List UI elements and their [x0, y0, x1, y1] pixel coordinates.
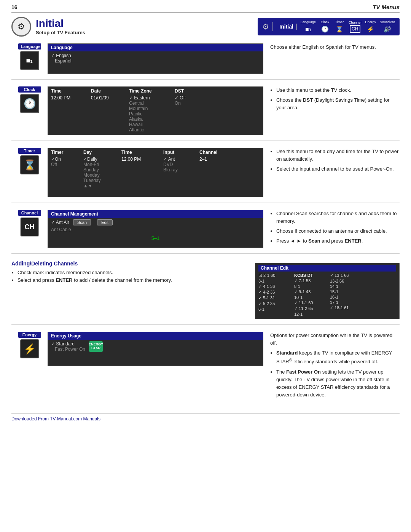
- language-menu-body: ✓ English Español: [48, 51, 263, 65]
- adding-deleting-bullets: Check mark indicates memorized channels.…: [11, 270, 246, 283]
- language-menu-title: Language: [48, 44, 263, 51]
- language-label: Language ■₁: [11, 43, 48, 70]
- timer-menu: Timer Day Time Input Channel ✓On Off ✓Da…: [48, 148, 263, 197]
- adding-deleting-left: Adding/Deleting Channels Check mark indi…: [11, 260, 246, 319]
- clock-label: Clock 🕐: [11, 86, 48, 113]
- timer-icon: ⌛: [334, 25, 345, 33]
- timer-bullet-1: Use this menu to set a day and time for …: [276, 148, 400, 163]
- nav-initial-label: Initial: [276, 24, 297, 30]
- nav-item-clock[interactable]: Clock 🕐: [320, 20, 330, 33]
- soundpro-icon: 🔊: [382, 25, 393, 33]
- ch-col-1: ☑ 2-1 60 3-1 ✓ 4-1 36 ✓ 4-2 36 ✓ 5-1 31 …: [258, 273, 289, 317]
- page-header: 16 TV Menus: [11, 4, 400, 13]
- clock-tag: Clock: [18, 86, 41, 93]
- adding-bullet-1: Check mark indicates memorized channels.: [18, 270, 246, 275]
- page-number: 16: [11, 4, 18, 10]
- channel-label: Channel CH: [11, 210, 48, 236]
- energy-menu-body: ✓ Standard Fast Power On ENERGYSTAR: [48, 340, 263, 353]
- channel-desc: Channel Scan searches for channels and a…: [270, 210, 400, 248]
- energy-tag: Energy: [18, 332, 41, 338]
- channel-number: 5–1: [51, 234, 260, 243]
- timer-icon-box: ⌛: [20, 155, 39, 174]
- title-section: ⚙ Initial Setup of TV Features ⚙ Initial…: [11, 17, 400, 37]
- channel-tag: Channel: [18, 210, 41, 216]
- channel-edit-row: ☑ 2-1 60 3-1 ✓ 4-1 36 ✓ 4-2 36 ✓ 5-1 31 …: [258, 273, 396, 317]
- nav-gear-icon: ⚙: [262, 22, 272, 31]
- channel-icon: CH: [350, 25, 360, 33]
- adding-deleting-heading: Adding/Deleting Channels: [11, 260, 246, 267]
- channel-icon-box: CH: [20, 217, 39, 236]
- language-icon-box: ■₁: [20, 51, 39, 70]
- energy-icon: ⚡: [365, 25, 376, 33]
- language-menu: Language ✓ English Español: [48, 43, 263, 74]
- page-title: Initial: [36, 18, 85, 30]
- settings-icon: ⚙: [11, 17, 31, 37]
- channel-edit-box: Channel Edit ☑ 2-1 60 3-1 ✓ 4-1 36 ✓ 4-2…: [255, 263, 400, 319]
- energy-icon-box: ⚡: [20, 339, 39, 358]
- clock-icon: 🕐: [320, 25, 330, 33]
- energy-menu-title: Energy Usage: [48, 332, 263, 340]
- energy-desc: Options for power consumption while the …: [270, 332, 400, 401]
- language-tag: Language: [18, 43, 41, 50]
- energy-menu: Energy Usage ✓ Standard Fast Power On EN…: [48, 332, 263, 366]
- nav-item-channel[interactable]: Channel CH: [349, 21, 362, 33]
- scan-button[interactable]: Scan: [73, 219, 91, 225]
- energy-section: Energy ⚡ Energy Usage ✓ Standard Fast Po…: [11, 332, 400, 406]
- nav-item-timer[interactable]: Timer ⌛: [334, 20, 345, 33]
- nav-item-soundpro[interactable]: SoundPro 🔊: [380, 20, 395, 33]
- energy-bullet-2: The Fast Power On setting lets the TV po…: [276, 368, 400, 399]
- page-footer: Downloaded From TV-Manual.com Manuals: [11, 413, 400, 422]
- channel-menu: Channel Management ✓ Ant Air Scan Edit A…: [48, 210, 263, 248]
- clock-section: Clock 🕐 Time Date Time Zone DST 12:00 PM…: [11, 86, 400, 141]
- timer-section: Timer ⌛ Timer Day Time Input Channel ✓On…: [11, 148, 400, 203]
- timer-desc: Use this menu to set a day and time for …: [270, 148, 400, 175]
- energy-bullet-1: Standard keeps the TV in compliance with…: [276, 349, 400, 366]
- edit-button[interactable]: Edit: [97, 219, 113, 225]
- ch-col-2: KCBS-DT ✓ 7-1 53 8-1 ✓ 9-1 43 10-1 ✓ 11-…: [294, 273, 325, 317]
- channel-bullet-2: Choose if connected to an antenna or dir…: [276, 227, 400, 235]
- title-text: Initial Setup of TV Features: [36, 18, 85, 35]
- language-section: Language ■₁ Language ✓ English Español C…: [11, 43, 400, 80]
- channel-bullet-3: Press ◄ ► to Scan and press ENTER.: [276, 237, 400, 245]
- nav-item-energy[interactable]: Energy ⚡: [365, 20, 376, 33]
- clock-icon-box: 🕐: [20, 94, 39, 113]
- energy-label: Energy ⚡: [11, 332, 48, 358]
- language-icon: ■₁: [303, 25, 314, 33]
- adding-bullet-2: Select and press ENTER to add / delete t…: [18, 277, 246, 283]
- adding-deleting-section: Adding/Deleting Channels Check mark indi…: [11, 260, 400, 325]
- nav-item-language[interactable]: Language ■₁: [301, 20, 316, 33]
- clock-bullet-1: Use this menu to set the TV clock.: [276, 86, 400, 94]
- clock-desc: Use this menu to set the TV clock. Choos…: [270, 86, 400, 114]
- timer-bullet-2: Select the input and channel to be used …: [276, 165, 400, 173]
- energy-desc-intro: Options for power consumption while the …: [270, 332, 400, 347]
- ch-col-3: ✓ 13-1 66 13-2 66 14-1 15-1 16-1 17-1 ✓ …: [330, 273, 360, 317]
- channel-section: Channel CH Channel Management ✓ Ant Air …: [11, 210, 400, 254]
- channel-bullet-1: Channel Scan searches for channels and a…: [276, 210, 400, 225]
- page-subtitle: Setup of TV Features: [36, 30, 85, 35]
- timer-tag: Timer: [18, 148, 41, 154]
- clock-menu: Time Date Time Zone DST 12:00 PM 01/01/0…: [48, 86, 263, 135]
- title-left: ⚙ Initial Setup of TV Features: [11, 17, 85, 37]
- nav-bar: ⚙ Initial Language ■₁ Clock 🕐 Timer ⌛ Ch…: [258, 18, 400, 35]
- clock-bullet-2: Choose the DST (Daylight Savings Time) s…: [276, 96, 400, 112]
- channel-menu-body: ✓ Ant Air Scan Edit Ant Cable 5–1: [48, 218, 263, 244]
- page-chapter: TV Menus: [373, 4, 400, 10]
- footer-link[interactable]: Downloaded From TV-Manual.com Manuals: [11, 416, 100, 422]
- timer-menu-body: Timer Day Time Input Channel ✓On Off ✓Da…: [48, 148, 263, 191]
- channel-menu-title: Channel Management: [48, 210, 263, 218]
- channel-edit-title: Channel Edit: [258, 265, 396, 272]
- timer-label: Timer ⌛: [11, 148, 48, 174]
- clock-menu-body: Time Date Time Zone DST 12:00 PM 01/01/0…: [48, 87, 263, 135]
- language-desc: Choose either English or Spanish for TV …: [270, 43, 400, 51]
- channel-edit-panel: Channel Edit ☑ 2-1 60 3-1 ✓ 4-1 36 ✓ 4-2…: [255, 260, 400, 319]
